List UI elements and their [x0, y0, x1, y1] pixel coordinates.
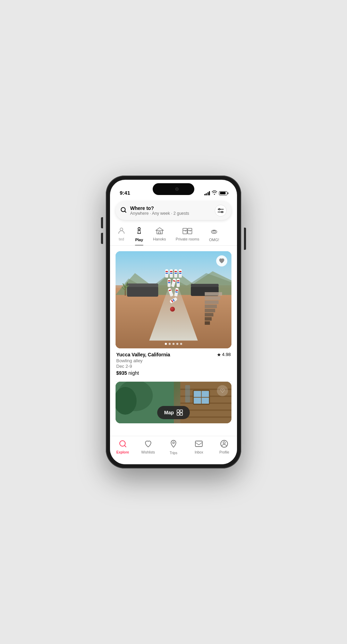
- nav-wishlists[interactable]: Wishlists: [135, 440, 161, 454]
- svg-point-53: [173, 442, 175, 444]
- listing-card-2[interactable]: ♡ Map: [110, 382, 237, 429]
- search-text: Where to? Anywhere · Any week · 2 guests: [130, 205, 211, 216]
- svg-rect-49: [177, 413, 179, 415]
- listing-header-1: Yucca Valley, California 4.98: [116, 352, 231, 357]
- nav-inbox[interactable]: Inbox: [186, 440, 212, 454]
- listing-photo-1: [116, 251, 231, 348]
- volume-up-button[interactable]: [101, 217, 103, 228]
- map-grid-icon: [177, 409, 183, 416]
- listing-price-1: $935 night: [116, 370, 231, 376]
- tree-left: [120, 278, 130, 297]
- search-bar-container: Where to? Anywhere · Any week · 2 guests: [110, 198, 237, 224]
- phone-frame: 9:41: [106, 176, 241, 468]
- trips-icon: [169, 440, 178, 450]
- star-icon: [217, 353, 221, 357]
- rating-value: 4.98: [222, 352, 231, 357]
- listing-card-1[interactable]: Yucca Valley, California 4.98 Bowling al…: [110, 246, 237, 376]
- svg-rect-26: [205, 317, 212, 321]
- search-bar[interactable]: Where to? Anywhere · Any week · 2 guests: [116, 201, 231, 220]
- nav-profile[interactable]: Profile: [212, 440, 237, 454]
- svg-rect-20: [205, 292, 222, 296]
- listing-rating-1: 4.98: [217, 352, 231, 357]
- wishlist-button-2[interactable]: ♡: [217, 385, 228, 396]
- svg-rect-47: [177, 410, 179, 412]
- filter-button[interactable]: [215, 205, 227, 217]
- profile-label: Profile: [219, 450, 229, 454]
- svg-rect-27: [205, 321, 210, 325]
- tab-hanoks[interactable]: Hanoks: [148, 224, 171, 245]
- tab-play[interactable]: Play: [130, 224, 148, 245]
- wishlists-label: Wishlists: [141, 450, 155, 454]
- listing-type-1: Bowling alley: [116, 358, 231, 363]
- bottom-nav: Explore Wishlists: [110, 436, 237, 464]
- svg-rect-25: [205, 313, 213, 316]
- inbox-icon: [195, 440, 203, 449]
- trips-label: Trips: [170, 451, 177, 455]
- volume-down-button[interactable]: [101, 233, 103, 244]
- explore-label: Explore: [116, 450, 129, 454]
- svg-rect-50: [180, 413, 183, 415]
- tab-play-icon: [135, 227, 143, 236]
- status-time: 9:41: [120, 190, 130, 196]
- svg-rect-22: [205, 300, 219, 304]
- image-dots: [165, 343, 182, 345]
- svg-line-52: [125, 446, 126, 447]
- listing-price-value: $935: [116, 370, 127, 376]
- listing-info-1: Yucca Valley, California 4.98 Bowling al…: [116, 348, 231, 376]
- phone-screen: 9:41: [110, 180, 237, 464]
- tab-hanoks-icon: [155, 227, 164, 236]
- front-camera: [175, 187, 179, 191]
- nav-explore[interactable]: Explore: [110, 440, 135, 454]
- category-tabs: ted Play: [110, 224, 237, 246]
- map-button[interactable]: Map: [157, 406, 190, 419]
- tab-omg[interactable]: OMG!: [204, 224, 224, 245]
- nav-trips[interactable]: Trips: [161, 440, 186, 455]
- dynamic-island: [153, 183, 194, 195]
- svg-rect-24: [205, 309, 215, 312]
- svg-rect-21: [205, 296, 220, 300]
- tab-omg-icon: [210, 227, 218, 236]
- listing-dates-1: Dec 2-9: [116, 364, 231, 369]
- wifi-icon: [212, 190, 217, 196]
- tab-ted-icon: [118, 227, 125, 236]
- search-icon: [120, 207, 127, 214]
- status-icons: [204, 190, 228, 196]
- svg-rect-23: [205, 305, 217, 308]
- listing-price-label: night: [128, 370, 139, 376]
- steps-svg: [205, 292, 226, 334]
- svg-point-8: [120, 228, 123, 231]
- tab-private-rooms-icon: [183, 227, 192, 236]
- tab-ted[interactable]: ted: [113, 224, 130, 245]
- battery-icon: [219, 191, 227, 195]
- wishlists-icon: [144, 440, 152, 449]
- wishlist-button-1[interactable]: [216, 255, 227, 266]
- listing-location-1: Yucca Valley, California: [116, 352, 170, 357]
- inbox-label: Inbox: [195, 450, 203, 454]
- svg-point-55: [223, 442, 225, 444]
- svg-point-10: [139, 228, 139, 229]
- svg-line-1: [125, 211, 126, 213]
- profile-icon: [220, 440, 228, 449]
- main-content: Where to? Anywhere · Any week · 2 guests: [110, 198, 237, 464]
- tab-hanoks-label: Hanoks: [153, 237, 166, 241]
- bowling-pins: [165, 269, 182, 302]
- tab-private-rooms-label: Private rooms: [176, 237, 199, 241]
- svg-line-31: [123, 283, 125, 288]
- svg-point-16: [213, 230, 213, 231]
- tab-ted-label: ted: [119, 237, 124, 241]
- svg-rect-46: [185, 385, 190, 402]
- search-title: Where to?: [130, 205, 211, 211]
- map-button-label: Map: [164, 410, 174, 415]
- tab-omg-label: OMG!: [209, 238, 219, 242]
- tab-play-label: Play: [135, 238, 143, 242]
- search-subtitle: Anywhere · Any week · 2 guests: [130, 211, 211, 216]
- signal-icon: [204, 191, 210, 195]
- listing-image-1[interactable]: [116, 251, 231, 348]
- tab-private-rooms[interactable]: Private rooms: [171, 224, 204, 245]
- power-button[interactable]: [244, 228, 246, 250]
- svg-rect-11: [159, 232, 161, 234]
- listings-area: Yucca Valley, California 4.98 Bowling al…: [110, 246, 237, 436]
- svg-rect-48: [180, 410, 183, 412]
- svg-point-17: [215, 230, 215, 231]
- explore-icon: [119, 440, 127, 449]
